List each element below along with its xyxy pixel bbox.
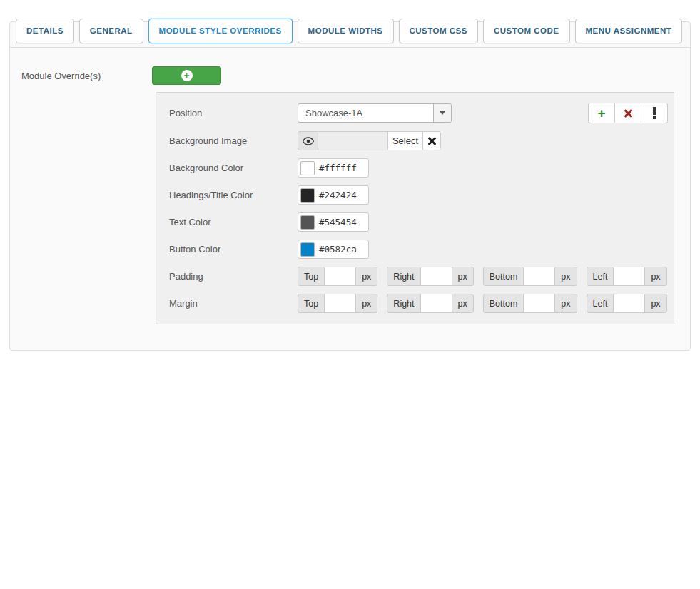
tab-content: Module Override(s) + Position Showcase-1… (10, 48, 690, 324)
unit-label: px (554, 294, 577, 313)
background-color-row: Background Color #ffffff (169, 158, 668, 178)
override-actions-group: + (588, 103, 668, 123)
module-settings-container: DETAILS GENERAL MODULE STYLE OVERRIDES M… (9, 21, 691, 351)
margin-bottom-group: Bottom px (483, 294, 577, 313)
unit-label: px (355, 294, 377, 313)
position-selected-value: Showcase-1A (298, 104, 433, 122)
margin-top-input[interactable] (324, 294, 356, 313)
background-color-field[interactable]: #ffffff (298, 158, 369, 178)
unit-label: px (452, 294, 474, 313)
margin-left-input[interactable] (613, 294, 645, 313)
side-label: Right (387, 267, 420, 286)
background-image-group: Select (298, 131, 441, 150)
module-overrides-row: Module Override(s) + (21, 66, 676, 85)
padding-left-group: Left px (587, 267, 667, 286)
margin-row: Margin Top px Right px Bottom px L (169, 294, 668, 313)
side-label: Bottom (483, 294, 524, 313)
background-image-label: Background Image (169, 135, 298, 146)
margin-right-group: Right px (387, 294, 473, 313)
button-color-label: Button Color (169, 244, 298, 255)
text-color-row: Text Color #545454 (169, 212, 668, 232)
padding-top-group: Top px (298, 267, 377, 286)
eye-icon (303, 137, 314, 145)
color-value: #0582ca (319, 244, 357, 255)
side-label: Bottom (483, 267, 524, 286)
tab-module-widths[interactable]: MODULE WIDTHS (298, 19, 394, 43)
unit-label: px (644, 267, 666, 286)
position-select[interactable]: Showcase-1A (298, 103, 452, 123)
tab-general[interactable]: GENERAL (79, 19, 143, 43)
tab-strip: DETAILS GENERAL MODULE STYLE OVERRIDES M… (10, 22, 690, 48)
add-override-button[interactable]: + (152, 66, 221, 85)
text-color-label: Text Color (169, 217, 298, 227)
margin-bottom-input[interactable] (523, 294, 555, 313)
preview-image-button[interactable] (298, 131, 318, 150)
select-caret-button[interactable] (433, 104, 451, 122)
select-image-button[interactable]: Select (387, 131, 423, 150)
padding-label: Padding (169, 271, 298, 282)
tab-menu-assignment[interactable]: MENU ASSIGNMENT (575, 19, 683, 43)
side-label: Left (587, 294, 614, 313)
tab-details[interactable]: DETAILS (16, 19, 74, 43)
remove-x-icon (623, 108, 633, 118)
margin-right-input[interactable] (420, 294, 452, 313)
button-color-field[interactable]: #0582ca (298, 240, 369, 259)
plus-circle-icon: + (181, 70, 193, 81)
position-label: Position (169, 108, 298, 118)
color-swatch[interactable] (300, 215, 315, 230)
grip-icon (653, 111, 656, 115)
margin-label: Margin (169, 298, 298, 309)
close-x-icon (427, 136, 437, 146)
headings-color-label: Headings/Title Color (169, 190, 298, 200)
color-swatch[interactable] (300, 188, 315, 203)
background-image-row: Background Image Select (169, 131, 668, 150)
color-value: #242424 (319, 190, 357, 200)
padding-right-input[interactable] (420, 267, 452, 286)
tab-custom-css[interactable]: CUSTOM CSS (399, 19, 478, 43)
padding-bottom-group: Bottom px (483, 267, 577, 286)
padding-row: Padding Top px Right px Bottom px (169, 267, 668, 286)
button-color-row: Button Color #0582ca (169, 240, 668, 259)
unit-label: px (644, 294, 666, 313)
padding-top-input[interactable] (324, 267, 356, 286)
background-color-label: Background Color (169, 163, 298, 173)
module-overrides-label: Module Override(s) (21, 71, 152, 81)
headings-color-row: Headings/Title Color #242424 (169, 185, 668, 205)
remove-item-button[interactable] (614, 103, 641, 123)
side-label: Top (298, 267, 325, 286)
position-row: Position Showcase-1A + (169, 103, 668, 123)
plus-icon: + (597, 107, 605, 119)
color-swatch[interactable] (300, 242, 315, 257)
drag-handle-button[interactable] (641, 103, 668, 123)
unit-label: px (452, 267, 474, 286)
add-item-button[interactable]: + (588, 103, 615, 123)
tab-module-style-overrides[interactable]: MODULE STYLE OVERRIDES (148, 19, 293, 43)
color-value: #ffffff (319, 163, 357, 173)
background-image-input[interactable] (318, 131, 388, 150)
side-label: Top (298, 294, 325, 313)
margin-left-group: Left px (587, 294, 667, 313)
headings-color-field[interactable]: #242424 (298, 185, 369, 205)
clear-image-button[interactable] (422, 131, 441, 150)
padding-right-group: Right px (387, 267, 473, 286)
color-value: #545454 (319, 217, 357, 227)
side-label: Left (587, 267, 614, 286)
padding-left-input[interactable] (613, 267, 645, 286)
color-swatch[interactable] (300, 161, 315, 175)
unit-label: px (355, 267, 377, 286)
chevron-down-icon (440, 111, 445, 115)
side-label: Right (387, 294, 420, 313)
padding-bottom-input[interactable] (523, 267, 555, 286)
unit-label: px (554, 267, 577, 286)
text-color-field[interactable]: #545454 (298, 212, 369, 232)
override-panel: Position Showcase-1A + (156, 92, 674, 324)
tab-custom-code[interactable]: CUSTOM CODE (483, 19, 570, 43)
margin-top-group: Top px (298, 294, 377, 313)
